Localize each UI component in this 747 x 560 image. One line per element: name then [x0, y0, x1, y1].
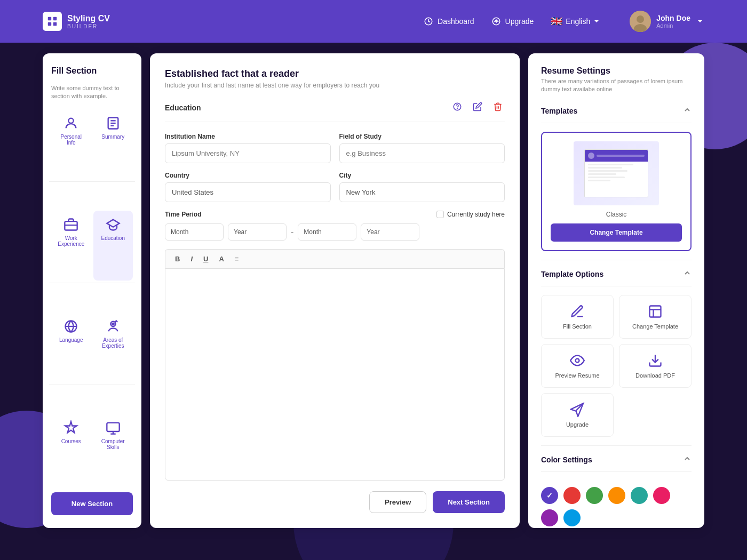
fill-section-option[interactable]: Fill Section: [541, 295, 614, 339]
svg-rect-1: [53, 17, 57, 20]
list-button[interactable]: ≡: [232, 254, 242, 264]
user-menu[interactable]: John Doe Admin: [630, 11, 704, 32]
template-line-1: [588, 164, 633, 165]
color-swatch-green[interactable]: [586, 487, 603, 504]
time-selects: Month JanuaryFebruaryMarch AprilMayJune …: [165, 223, 505, 241]
nav-personal-info[interactable]: Personal Info: [51, 109, 91, 179]
end-year-select[interactable]: Year 202420232022 202120202019: [361, 223, 419, 241]
chevron-up-icon-2: [683, 269, 692, 277]
template-line-5: [588, 177, 625, 178]
city-input[interactable]: [339, 182, 505, 202]
right-panel: Resume Settings There are many variation…: [528, 53, 704, 528]
upgrade-option[interactable]: Upgrade: [541, 393, 614, 437]
start-month-select[interactable]: Month JanuaryFebruaryMarch AprilMayJune …: [165, 223, 224, 241]
italic-button[interactable]: I: [187, 254, 196, 264]
nav-areas[interactable]: Areas of Experties: [93, 313, 133, 382]
section-nav-grid: Personal Info Summary: [51, 109, 133, 484]
fill-section-option-label: Fill Section: [563, 323, 592, 330]
country-input[interactable]: [165, 182, 331, 202]
nav-courses[interactable]: Courses: [51, 414, 91, 484]
next-section-button[interactable]: Next Section: [433, 491, 505, 513]
nav-work-experience[interactable]: Work Experience: [51, 211, 91, 281]
templates-chevron-icon: [683, 106, 692, 116]
dashboard-icon: [424, 17, 433, 26]
svg-rect-0: [48, 17, 51, 20]
nav-summary[interactable]: Summary: [93, 109, 133, 179]
color-swatch-orange[interactable]: [608, 487, 625, 504]
color-settings-chevron-icon: [683, 454, 692, 465]
form-row-1: Institution Name Field of Study: [165, 133, 505, 163]
education-icon: [106, 217, 121, 232]
template-options-label: Template Options: [541, 270, 603, 278]
delete-icon: [493, 102, 503, 111]
institution-name-label: Institution Name: [165, 133, 331, 140]
color-swatch-purple[interactable]: [541, 487, 558, 504]
template-options-section-header[interactable]: Template Options: [541, 260, 692, 286]
templates-area: Classic Change Template: [541, 123, 692, 260]
help-button[interactable]: [450, 100, 464, 115]
nav-education[interactable]: Education: [93, 211, 133, 281]
description-textarea[interactable]: [165, 268, 505, 481]
template-mini-dot: [588, 153, 594, 159]
preview-button[interactable]: Preview: [369, 491, 426, 513]
time-period-header: Time Period Currently study here: [165, 211, 505, 218]
color-swatch-pink[interactable]: [653, 487, 670, 504]
work-icon: [63, 217, 78, 232]
city-group: City: [339, 172, 505, 202]
template-card: Classic Change Template: [541, 132, 692, 251]
color-swatch-red[interactable]: [563, 487, 581, 504]
download-pdf-option[interactable]: Download PDF: [619, 344, 692, 388]
field-of-study-input[interactable]: [339, 143, 505, 163]
education-header: Education: [165, 100, 505, 122]
end-month-select[interactable]: Month JanuaryFebruaryMarch AprilMayJune …: [298, 223, 356, 241]
app-title: Styling CV: [67, 14, 110, 23]
education-label: Education: [165, 103, 201, 112]
color-swatch-teal[interactable]: [631, 487, 648, 504]
help-icon: [452, 102, 462, 111]
change-template-option-label: Change Template: [632, 323, 678, 330]
preview-resume-option[interactable]: Preview Resume: [541, 344, 614, 388]
time-period-label: Time Period: [165, 211, 201, 218]
template-line-6: [588, 180, 610, 181]
color-swatch-violet[interactable]: [541, 509, 558, 526]
color-swatch-blue[interactable]: [563, 509, 581, 526]
bold-button[interactable]: B: [172, 254, 183, 264]
template-mini-header: [585, 150, 648, 162]
color-settings-section-header[interactable]: Color Settings: [541, 446, 692, 472]
change-template-icon: [648, 304, 663, 319]
color-button[interactable]: A: [216, 254, 227, 264]
change-template-option[interactable]: Change Template: [619, 295, 692, 339]
underline-button[interactable]: U: [200, 254, 211, 264]
upgrade-option-icon: [570, 402, 585, 417]
edit-button[interactable]: [471, 100, 484, 115]
left-panel: Fill Section Write some dummy text to se…: [43, 53, 141, 528]
start-year-select[interactable]: Year 202420232022 202120202019: [228, 223, 287, 241]
summary-icon: [106, 116, 121, 131]
upgrade-option-label: Upgrade: [566, 421, 589, 428]
courses-icon: [63, 420, 78, 435]
institution-name-input[interactable]: [165, 143, 331, 163]
preview-resume-icon: [570, 353, 585, 368]
new-section-button[interactable]: New Section: [51, 492, 133, 515]
change-template-button[interactable]: Change Template: [551, 223, 682, 242]
logo-text: Styling CV BUILDER: [67, 14, 110, 29]
currently-study-checkbox[interactable]: [436, 211, 444, 218]
field-of-study-label: Field of Study: [339, 133, 505, 140]
education-actions: [450, 100, 505, 115]
chevron-up-icon-3: [683, 454, 692, 463]
nav-language[interactable]: Language: [51, 313, 91, 382]
options-grid: Fill Section Change Template Previe: [541, 295, 692, 437]
fill-section-desc: Write some dummy text to section with ex…: [51, 84, 133, 101]
delete-button[interactable]: [491, 100, 505, 115]
upgrade-nav-item[interactable]: Upgrade: [491, 17, 534, 26]
templates-section-header[interactable]: Templates: [541, 97, 692, 123]
dashboard-nav-item[interactable]: Dashboard: [424, 17, 474, 26]
lang-chevron-icon: [593, 18, 600, 25]
language-selector[interactable]: 🇬🇧 English: [551, 15, 600, 27]
color-swatches: [541, 487, 692, 526]
time-separator: -: [291, 227, 293, 237]
user-info: John Doe Admin: [656, 14, 690, 29]
resume-settings-desc: There are many variations of passages of…: [541, 77, 692, 94]
country-label: Country: [165, 172, 331, 179]
nav-computer-skills[interactable]: Computer Skills: [93, 414, 133, 484]
